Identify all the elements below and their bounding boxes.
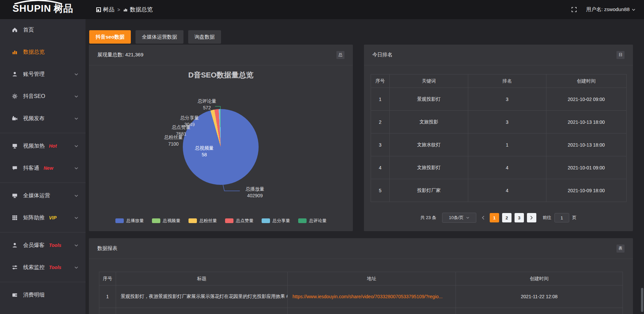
sliders-icon (11, 264, 18, 270)
logo-text-cn: 树品 (54, 4, 73, 13)
chevron-left-icon (482, 216, 484, 220)
tab-douyin-seo-data[interactable]: 抖音seo数据 (89, 30, 131, 44)
table-row: 1 景观投影灯 3 2021-10-02 09:00 (371, 88, 627, 111)
report-panel: 数据报表 表 序号 标题 地址 创建时间 1 景观投影灯，夜游景观投影灯厂家展示… (89, 238, 633, 314)
sidebar-item-member-baoke[interactable]: 会员爆客 Tools (0, 238, 86, 253)
report-row-title: 景观投影灯，夜游景观投影灯厂家展示展示落花灯在花园里的灯光投影应用效果 # (116, 285, 288, 308)
pie-label-videos: 总视频量58 (190, 145, 218, 158)
wallet-icon (11, 292, 18, 298)
chevron-down-icon (74, 95, 78, 98)
sidebar-item-matrix-boost[interactable]: 矩阵助推 VIP (0, 210, 86, 225)
fullscreen-icon[interactable] (571, 7, 577, 12)
day-badge-button[interactable]: 日 (616, 51, 625, 59)
video-camera-icon (11, 115, 18, 121)
sidebar-item-omnimedia-operation[interactable]: 全媒体运营 (0, 188, 86, 203)
legend-item[interactable]: 总粉丝量 (189, 218, 217, 224)
ranking-panel-header: 今日排名 日 (364, 45, 633, 65)
vip-tag: VIP (49, 215, 57, 220)
hot-tag: Hot (49, 143, 57, 149)
chart-title: D音SEO数据量总览 (89, 70, 353, 80)
legend-swatch (225, 218, 233, 223)
app-logo: SHUPIN 树品 (0, 4, 86, 15)
sidebar-item-video-publish[interactable]: 视频发布 (0, 111, 86, 126)
sidebar-divider (0, 133, 86, 133)
logo-arc (13, 0, 63, 4)
overview-panel: 展现量总数: 421,369 总 D音SEO数据量总览 总评论量572 总分享量… (89, 45, 353, 231)
ranking-panel: 今日排名 日 序号 关键词 排名 创建时间 1 景观投影灯 3 2021-10-… (364, 45, 633, 231)
legend-swatch (152, 218, 160, 223)
table-header-row: 序号 标题 地址 创建时间 (99, 272, 623, 285)
table-row: 5 投影灯厂家 4 2021-10-09 18:00 (371, 179, 627, 202)
sidebar-item-video-heating[interactable]: 视频加热 Hot (0, 138, 86, 154)
goto-page-input[interactable] (554, 213, 569, 222)
page-button-2[interactable]: 2 (502, 213, 512, 222)
sidebar-item-data-overview[interactable]: 数据总览 (0, 44, 86, 60)
pie-label-plays: 总播放量402909 (240, 186, 269, 199)
legend-item[interactable]: 总视频量 (152, 218, 180, 224)
prev-page-button[interactable] (479, 216, 487, 220)
breadcrumb: 树品 > 数据总览 (96, 6, 153, 13)
sidebar-item-instructions[interactable]: ? 操作说明 (0, 309, 86, 314)
page-button-3[interactable]: 3 (515, 213, 524, 222)
data-tabs: 抖音seo数据 全媒体运营数据 询盘数据 (89, 30, 221, 44)
tools-tag: Tools (49, 243, 61, 248)
new-tag: New (44, 165, 53, 171)
dashboard-icon (96, 7, 101, 12)
legend-swatch (298, 218, 307, 223)
chevron-down-icon (74, 266, 78, 269)
ranking-table: 序号 关键词 排名 创建时间 1 景观投影灯 3 2021-10-02 09:0… (371, 74, 627, 202)
chart-legend: 总播放量 总视频量 总粉丝量 总点赞量 总分享量 总评论量 (89, 218, 353, 224)
legend-item[interactable]: 总分享量 (262, 218, 290, 224)
grid-icon (11, 215, 18, 221)
total-badge-button[interactable]: 总 (336, 51, 344, 59)
sidebar-item-douketong[interactable]: 抖客通 New (0, 160, 86, 176)
tab-inquiry-data[interactable]: 询盘数据 (188, 30, 221, 44)
main-content: 抖音seo数据 全媒体运营数据 询盘数据 展现量总数: 421,369 总 D音… (86, 19, 644, 314)
page-size-select[interactable]: 10条/页 (442, 213, 476, 223)
user-icon (11, 71, 18, 77)
sidebar-divider (0, 282, 86, 282)
screen-icon (11, 143, 18, 149)
pie-chart-area: D音SEO数据量总览 总评论量572 总分享量3049 总点赞量7681 总粉丝… (89, 65, 353, 231)
chevron-down-icon (74, 117, 78, 120)
breadcrumb-current[interactable]: 数据总览 (123, 6, 153, 13)
legend-item[interactable]: 总点赞量 (225, 218, 254, 224)
sidebar-item-account-management[interactable]: 账号管理 (0, 66, 86, 82)
sidebar-item-douyin-seo[interactable]: 抖音SEO (0, 89, 86, 104)
goto-unit: 页 (572, 215, 577, 221)
table-row (99, 308, 623, 314)
chevron-right-icon (530, 216, 533, 220)
sidebar-divider (0, 232, 86, 232)
overview-panel-header: 展现量总数: 421,369 总 (89, 45, 353, 65)
chevron-down-icon (74, 217, 78, 219)
chevron-down-icon (74, 73, 78, 75)
top-bar: SHUPIN 树品 树品 > 数据总览 用户名: zswodun88 (0, 0, 644, 19)
user-menu[interactable]: 用户名: zswodun88 (586, 6, 635, 13)
sidebar-item-home[interactable]: 首页 (0, 22, 86, 38)
gear-icon (11, 93, 18, 99)
sidebar-item-consumption-details[interactable]: 消费明细 (0, 287, 86, 303)
chevron-down-icon (466, 217, 469, 219)
sidebar: 首页 数据总览 账号管理 抖音SEO 视频发布 视频加热 Hot (0, 19, 86, 314)
breadcrumb-root[interactable]: 树品 (96, 6, 114, 13)
pie-label-comments: 总评论量572 (191, 98, 223, 111)
scrollbar-thumb[interactable] (641, 288, 643, 312)
sidebar-item-lead-monitoring[interactable]: 线索监控 Tools (0, 260, 86, 275)
legend-item[interactable]: 总评论量 (298, 218, 327, 224)
report-title: 数据报表 (97, 245, 117, 252)
member-icon (11, 242, 18, 248)
next-page-button[interactable] (527, 213, 536, 222)
impressions-total-label: 展现量总数: 421,369 (97, 52, 144, 58)
legend-swatch (262, 218, 270, 223)
table-badge-button[interactable]: 表 (616, 245, 625, 253)
ranking-title: 今日排名 (372, 52, 392, 58)
report-row-link[interactable]: https://www.iesdouyin.com/share/video/70… (288, 285, 456, 308)
bar-chart-icon (11, 49, 18, 55)
tab-omnimedia-data[interactable]: 全媒体运营数据 (136, 30, 183, 44)
table-row: 4 文旅投影灯 4 2021-10-01 09:00 (371, 156, 627, 179)
chat-bubble-icon (11, 165, 18, 171)
page-button-1[interactable]: 1 (490, 213, 499, 222)
legend-item[interactable]: 总播放量 (115, 218, 144, 224)
chevron-down-icon (74, 145, 78, 147)
bar-chart-icon (123, 7, 128, 12)
